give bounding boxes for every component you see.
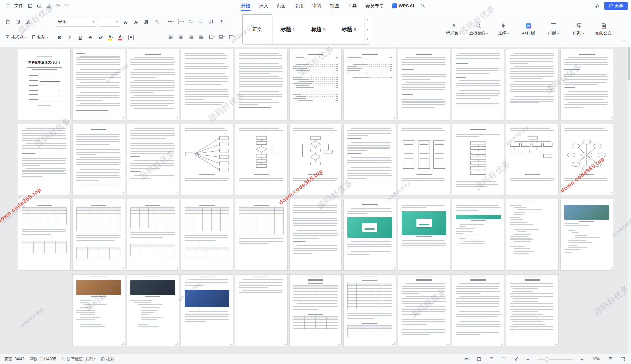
word-count[interactable]: 字数: 11/14095 [30, 356, 56, 362]
page-thumbnail-11[interactable] [561, 49, 613, 120]
page-thumbnail-30[interactable] [398, 199, 450, 270]
cut-icon[interactable] [24, 18, 32, 25]
page-thumbnail-37[interactable] [235, 275, 287, 346]
tab-工具[interactable]: 工具 [343, 0, 361, 11]
page-thumbnail-32[interactable] [506, 199, 558, 270]
undo-button[interactable]: ↶▾ [53, 2, 62, 10]
ribbon-button-排列[interactable]: 排列 ▾ [566, 13, 591, 46]
copy-icon[interactable] [13, 18, 22, 25]
search-icon[interactable] [418, 2, 427, 10]
page-thumbnail-8[interactable] [398, 49, 450, 120]
ribbon-button-样式集[interactable]: A样式集 ▾ [441, 13, 466, 46]
eye-protection-icon[interactable] [463, 355, 470, 363]
zoom-level[interactable]: 18% [590, 357, 601, 361]
page-thumbnail-19[interactable] [398, 124, 450, 195]
print-icon[interactable] [35, 2, 43, 10]
zoom-slider[interactable] [537, 359, 573, 360]
strikethrough-button[interactable]: A [86, 34, 95, 41]
page-thumbnail-40[interactable] [398, 275, 450, 346]
align-center-icon[interactable] [177, 34, 185, 41]
page-thumbnail-23[interactable] [18, 199, 70, 270]
fullscreen-icon[interactable] [619, 355, 626, 363]
decrease-indent-icon[interactable] [187, 18, 196, 25]
ribbon-button-AI 排版[interactable]: AIAI 排版 [516, 13, 541, 46]
font-size-select[interactable]: ▾ [99, 18, 120, 27]
redo-button[interactable]: ↷▾ [62, 2, 71, 10]
ribbon-button-查找替换[interactable]: 查找替换 ▾ [466, 13, 491, 46]
page-thumbnail-26[interactable] [181, 199, 233, 270]
page-thumbnail-10[interactable] [506, 49, 558, 120]
page-thumbnail-5[interactable] [235, 49, 287, 120]
save-icon[interactable] [26, 2, 34, 10]
increase-font-icon[interactable]: A+ [122, 18, 130, 26]
shading-icon[interactable]: ▾ [218, 34, 226, 41]
page-thumbnail-24[interactable] [73, 199, 125, 270]
page-thumbnail-13[interactable] [73, 124, 125, 195]
outline-mode-icon[interactable] [500, 355, 507, 363]
page-thumbnail-4[interactable] [181, 49, 233, 120]
show-paragraph-marks-icon[interactable]: ¶ [218, 18, 226, 25]
page-thumbnail-34[interactable] [73, 275, 125, 346]
italic-button[interactable]: I [66, 34, 74, 41]
page-thumbnail-38[interactable] [290, 275, 341, 346]
page-thumbnail-36[interactable] [181, 275, 233, 346]
page-thumbnail-15[interactable] [181, 124, 233, 195]
clear-format-icon[interactable] [152, 18, 161, 26]
superscript-button[interactable]: x² [96, 34, 105, 41]
pinyin-guide-icon[interactable]: 拼 [142, 18, 151, 26]
cloud-sync-icon[interactable] [593, 2, 601, 10]
page-thumbnail-42[interactable] [506, 275, 558, 346]
paste-icon[interactable] [3, 18, 12, 25]
page-thumbnail-22[interactable] [561, 124, 613, 195]
page-thumbnail-6[interactable] [290, 49, 341, 120]
tab-wps-ai[interactable]: WPS AI [389, 3, 418, 8]
proofread-button[interactable]: 校对 [101, 356, 114, 362]
page-thumbnail-41[interactable] [452, 275, 504, 346]
collapse-ribbon-icon[interactable] [619, 36, 628, 44]
page-thumbnail-27[interactable] [235, 199, 287, 270]
page-thumbnail-21[interactable] [506, 124, 558, 195]
styles-gallery-scroll[interactable]: ▴ ▾ ≡ [364, 14, 371, 44]
zoom-in-button[interactable]: + [579, 356, 585, 362]
sort-icon[interactable]: AZ [207, 18, 216, 25]
zoom-out-button[interactable]: − [525, 356, 531, 362]
spellcheck-status[interactable]: 拼写检查: 关闭▾ [61, 356, 96, 362]
tab-引用[interactable]: 引用 [290, 0, 308, 11]
gallery-down-icon[interactable]: ▾ [367, 28, 368, 31]
tab-页面[interactable]: 页面 [272, 0, 290, 11]
style-item-标题3[interactable]: 标题3 [334, 14, 364, 44]
underline-button[interactable]: U [76, 34, 84, 41]
numbered-list-icon[interactable]: 123▾ [177, 18, 185, 25]
tab-审阅[interactable]: 审阅 [308, 0, 326, 11]
page-thumbnail-2[interactable] [73, 49, 125, 120]
align-left-icon[interactable] [167, 34, 175, 41]
vertical-scrollbar[interactable] [627, 44, 631, 354]
page-thumbnail-17[interactable] [290, 124, 341, 195]
align-right-icon[interactable] [187, 34, 196, 41]
justify-icon[interactable] [197, 34, 206, 41]
tab-会员专享[interactable]: 会员专享 [361, 0, 388, 11]
page-thumbnail-12[interactable] [18, 124, 70, 195]
scrollbar-thumb[interactable] [628, 45, 630, 80]
page-thumbnail-7[interactable] [344, 49, 396, 120]
print-preview-icon[interactable] [44, 2, 53, 10]
edit-pen-icon[interactable] [513, 355, 520, 363]
ribbon-button-选择[interactable]: 选择 ▾ [491, 13, 516, 46]
format-painter-button[interactable]: 格式刷▾ [3, 34, 28, 41]
bullet-list-icon[interactable]: ▾ [167, 18, 175, 25]
highlight-color-button[interactable]: A▾ [106, 34, 115, 41]
decrease-font-icon[interactable]: A- [132, 18, 141, 26]
page-thumbnail-33[interactable] [561, 199, 613, 270]
page-thumbnail-35[interactable] [127, 275, 179, 346]
read-mode-icon[interactable] [475, 355, 482, 363]
tab-开始[interactable]: 开始 [237, 0, 255, 11]
zoom-slider-thumb[interactable] [545, 357, 549, 362]
ribbon-button-智能公文[interactable]: 智能公文 [591, 13, 616, 46]
style-item-标题2[interactable]: 标题2 [303, 14, 334, 44]
gallery-more-icon[interactable]: ≡ [367, 38, 368, 41]
tab-视图[interactable]: 视图 [326, 0, 343, 11]
page-thumbnail-29[interactable] [344, 199, 396, 270]
page-thumbnail-14[interactable] [127, 124, 179, 195]
page-mode-icon[interactable] [488, 355, 495, 363]
document-canvas[interactable]: 本科生毕业论文(设计) [0, 44, 631, 354]
